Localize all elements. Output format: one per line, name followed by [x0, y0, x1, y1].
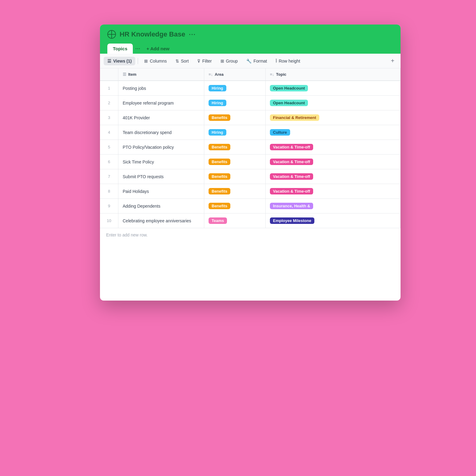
row-area[interactable]: Benefits	[204, 110, 266, 125]
row-topic[interactable]: Insurance, Health &	[266, 199, 401, 213]
table-row[interactable]: 9 Adding Dependents Benefits Insurance, …	[100, 199, 401, 213]
topic-badge: Insurance, Health &	[270, 203, 313, 209]
area-badge: Benefits	[209, 159, 230, 165]
row-item[interactable]: Team discretionary spend	[118, 125, 204, 140]
row-item[interactable]: Sick Time Policy	[118, 155, 204, 169]
row-item[interactable]: Posting jobs	[118, 81, 204, 95]
table-row[interactable]: 6 Sick Time Policy Benefits Vacation & T…	[100, 155, 401, 169]
tab-more-button[interactable]: ···	[135, 46, 140, 52]
col-num	[100, 68, 118, 80]
area-badge: Teams	[209, 217, 227, 224]
columns-icon: ⊞	[144, 59, 148, 63]
row-num: 4	[100, 125, 118, 140]
row-topic[interactable]: Vacation & Time-off	[266, 155, 401, 169]
row-num: 6	[100, 155, 118, 169]
app-icon	[107, 30, 116, 39]
area-badge: Hiring	[209, 100, 226, 106]
row-item[interactable]: Adding Dependents	[118, 199, 204, 213]
row-topic[interactable]: Open Headcount	[266, 81, 401, 95]
add-new-tab-button[interactable]: + Add new	[143, 44, 173, 54]
row-area[interactable]: Hiring	[204, 125, 266, 140]
table: ☰ Item ≡↓ Area ≡↓ Topic 1 Posting jobs H…	[100, 68, 401, 242]
table-row[interactable]: 2 Employee referral program Hiring Open …	[100, 96, 401, 110]
views-icon: ☰	[107, 59, 111, 63]
row-item[interactable]: 401K Provider	[118, 110, 204, 125]
row-item[interactable]: PTO Policy/Vacation policy	[118, 140, 204, 154]
row-area[interactable]: Benefits	[204, 169, 266, 184]
row-height-icon: Ī	[276, 59, 277, 63]
table-row[interactable]: 4 Team discretionary spend Hiring Cultur…	[100, 125, 401, 140]
row-item[interactable]: Submit PTO requests	[118, 169, 204, 184]
topic-col-icon: ≡↓	[270, 72, 274, 77]
row-topic[interactable]: Vacation & Time-off	[266, 140, 401, 154]
row-topic[interactable]: Vacation & Time-off	[266, 184, 401, 198]
row-num: 2	[100, 96, 118, 110]
topic-badge: Culture	[270, 129, 290, 136]
row-topic[interactable]: Vacation & Time-off	[266, 169, 401, 184]
row-num: 7	[100, 169, 118, 184]
format-button[interactable]: 🔧 Format	[243, 57, 271, 65]
toolbar-separator	[138, 58, 138, 64]
row-area[interactable]: Teams	[204, 213, 266, 228]
row-num: 5	[100, 140, 118, 154]
app-more-button[interactable]: ···	[189, 31, 196, 38]
row-num: 3	[100, 110, 118, 125]
topic-badge: Employee Milestone	[270, 217, 314, 224]
row-num: 1	[100, 81, 118, 95]
row-area[interactable]: Benefits	[204, 199, 266, 213]
topic-badge: Open Headcount	[270, 85, 308, 91]
filter-button[interactable]: ⊽ Filter	[194, 57, 215, 65]
topic-badge: Vacation & Time-off	[270, 188, 313, 194]
row-area[interactable]: Hiring	[204, 96, 266, 110]
table-row[interactable]: 10 Celebrating employee anniversaries Te…	[100, 213, 401, 228]
area-col-icon: ≡↓	[209, 72, 213, 77]
app-title: HR Knowledge Base	[120, 30, 185, 38]
sort-icon: ⇅	[175, 59, 179, 63]
row-num: 9	[100, 199, 118, 213]
table-header: ☰ Item ≡↓ Area ≡↓ Topic	[100, 68, 401, 81]
row-topic[interactable]: Financial & Retirement	[266, 110, 401, 125]
tab-topics[interactable]: Topics	[107, 44, 133, 54]
row-area[interactable]: Benefits	[204, 184, 266, 198]
row-height-button[interactable]: Ī Row height	[272, 57, 304, 65]
toolbar: ☰ Views (1) ⊞ Columns ⇅ Sort ⊽ Filter ⊞ …	[100, 54, 401, 68]
format-icon: 🔧	[246, 59, 251, 63]
area-badge: Benefits	[209, 173, 230, 180]
row-item[interactable]: Paid Holidays	[118, 184, 204, 198]
item-col-icon: ☰	[123, 72, 126, 77]
area-badge: Benefits	[209, 203, 230, 209]
topic-badge: Financial & Retirement	[270, 114, 319, 121]
topic-badge: Vacation & Time-off	[270, 173, 313, 180]
sort-button[interactable]: ⇅ Sort	[172, 57, 193, 65]
add-row-hint: Enter to add new row.	[100, 228, 401, 242]
views-button[interactable]: ☰ Views (1)	[104, 57, 135, 65]
row-topic[interactable]: Culture	[266, 125, 401, 140]
filter-icon: ⊽	[197, 59, 200, 63]
columns-button[interactable]: ⊞ Columns	[140, 57, 170, 65]
table-row[interactable]: 7 Submit PTO requests Benefits Vacation …	[100, 169, 401, 184]
topic-badge: Vacation & Time-off	[270, 144, 313, 150]
topic-badge: Vacation & Time-off	[270, 159, 313, 165]
area-badge: Benefits	[209, 188, 230, 194]
row-item[interactable]: Employee referral program	[118, 96, 204, 110]
table-row[interactable]: 5 PTO Policy/Vacation policy Benefits Va…	[100, 140, 401, 155]
row-topic[interactable]: Employee Milestone	[266, 213, 401, 228]
table-row[interactable]: 3 401K Provider Benefits Financial & Ret…	[100, 110, 401, 125]
row-area[interactable]: Benefits	[204, 155, 266, 169]
group-icon: ⊞	[221, 59, 224, 63]
col-area: ≡↓ Area	[204, 68, 266, 80]
area-badge: Benefits	[209, 114, 230, 121]
group-button[interactable]: ⊞ Group	[217, 57, 242, 65]
row-topic[interactable]: Open Headcount	[266, 96, 401, 110]
row-num: 8	[100, 184, 118, 198]
area-badge: Hiring	[209, 85, 226, 91]
area-badge: Hiring	[209, 129, 226, 136]
table-row[interactable]: 8 Paid Holidays Benefits Vacation & Time…	[100, 184, 401, 199]
add-column-button[interactable]: +	[388, 56, 397, 66]
row-area[interactable]: Hiring	[204, 81, 266, 95]
row-item[interactable]: Celebrating employee anniversaries	[118, 213, 204, 228]
app-window: HR Knowledge Base ··· Topics ··· + Add n…	[100, 25, 401, 301]
table-row[interactable]: 1 Posting jobs Hiring Open Headcount	[100, 81, 401, 96]
row-area[interactable]: Benefits	[204, 140, 266, 154]
col-item: ☰ Item	[118, 68, 204, 80]
